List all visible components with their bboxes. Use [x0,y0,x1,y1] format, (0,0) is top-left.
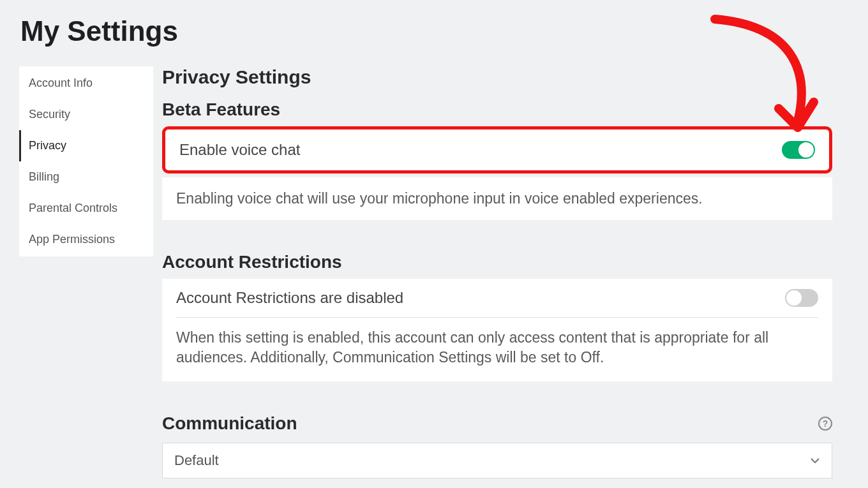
page-title: My Settings [20,15,849,47]
chevron-down-icon [810,455,820,466]
voice-chat-description: Enabling voice chat will use your microp… [176,189,818,209]
toggle-knob [786,290,802,306]
communication-select[interactable]: Default [162,443,832,478]
divider [176,317,818,318]
account-restrictions-description: When this setting is enabled, this accou… [176,328,818,367]
help-icon[interactable]: ? [818,417,832,431]
communication-heading: Communication [162,413,297,434]
sidebar-item-account-info[interactable]: Account Info [19,68,153,99]
toggle-knob [798,142,814,158]
account-restrictions-card: Account Restrictions are disabled When t… [162,279,832,381]
account-restrictions-heading: Account Restrictions [162,252,832,272]
sidebar-item-app-permissions[interactable]: App Permissions [19,224,153,255]
main-content: Privacy Settings Beta Features Enable vo… [162,66,832,478]
sidebar-item-security[interactable]: Security [19,99,153,130]
account-restrictions-toggle[interactable] [785,289,818,307]
enable-voice-chat-label: Enable voice chat [179,141,300,159]
settings-sidebar: Account Info Security Privacy Billing Pa… [19,66,153,256]
enable-voice-chat-toggle[interactable] [782,141,815,159]
sidebar-item-privacy[interactable]: Privacy [19,130,153,161]
voice-chat-desc-card: Enabling voice chat will use your microp… [162,177,832,220]
beta-features-heading: Beta Features [162,100,832,120]
privacy-settings-heading: Privacy Settings [162,66,832,88]
enable-voice-chat-row: Enable voice chat [162,126,832,174]
communication-selected-value: Default [174,452,219,469]
sidebar-item-billing[interactable]: Billing [19,161,153,193]
account-restrictions-status: Account Restrictions are disabled [176,289,403,307]
sidebar-item-parental-controls[interactable]: Parental Controls [19,193,153,224]
